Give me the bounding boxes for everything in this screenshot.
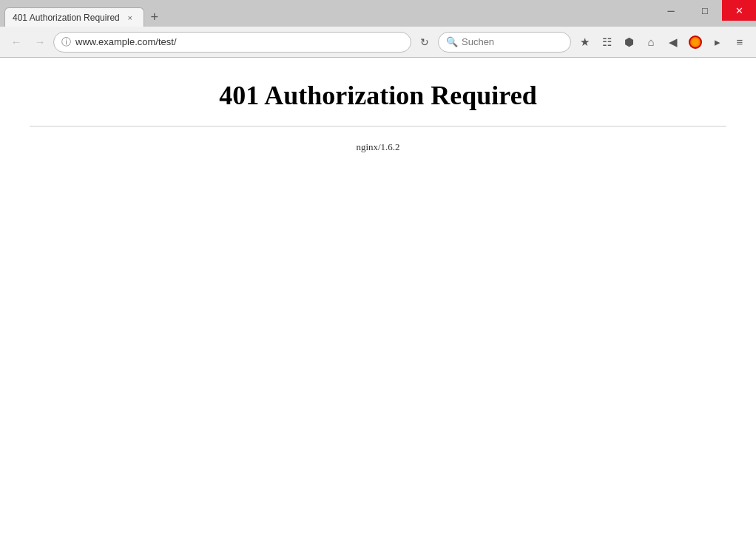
- bookmarks-list-button[interactable]: ☷: [596, 32, 617, 53]
- divider: [30, 126, 726, 126]
- search-icon: 🔍: [446, 36, 458, 47]
- search-bar[interactable]: 🔍: [438, 32, 571, 53]
- address-bar[interactable]: ⓘ: [53, 32, 411, 53]
- browser-toolbar: ← → ⓘ ↻ 🔍 ★ ☷ ⬢ ⌂ ◀ ▸ ≡: [0, 27, 756, 58]
- back-button[interactable]: ←: [6, 32, 27, 53]
- more-tools-button[interactable]: ▸: [707, 32, 728, 53]
- back-nav-button[interactable]: ◀: [663, 32, 684, 53]
- firefox-logo-button[interactable]: [685, 32, 706, 53]
- server-info: nginx/1.6.2: [356, 141, 399, 153]
- tab-close-button[interactable]: ×: [124, 12, 136, 24]
- tab-strip: 401 Authorization Required × +: [4, 7, 654, 27]
- menu-button[interactable]: ≡: [729, 32, 750, 53]
- forward-button[interactable]: →: [30, 32, 50, 53]
- error-heading: 401 Authorization Required: [219, 80, 536, 111]
- home-button[interactable]: ⌂: [641, 32, 661, 53]
- new-tab-button[interactable]: +: [144, 7, 165, 27]
- minimize-button[interactable]: ─: [654, 0, 688, 21]
- refresh-button[interactable]: ↻: [414, 32, 435, 53]
- restore-button[interactable]: □: [688, 0, 722, 21]
- close-button[interactable]: ✕: [722, 0, 756, 21]
- page-content: 401 Authorization Required nginx/1.6.2: [0, 58, 756, 540]
- pocket-button[interactable]: ⬢: [618, 32, 639, 53]
- titlebar: 401 Authorization Required × + ─ □ ✕: [0, 0, 756, 27]
- active-tab[interactable]: 401 Authorization Required ×: [4, 7, 144, 27]
- toolbar-icons: ★ ☷ ⬢ ⌂ ◀ ▸ ≡: [574, 32, 750, 53]
- url-input[interactable]: [75, 36, 403, 47]
- browser-window: 401 Authorization Required × + ─ □ ✕ ← →…: [0, 0, 756, 540]
- security-icon: ⓘ: [61, 36, 71, 49]
- firefox-logo-icon: [689, 36, 702, 49]
- search-input[interactable]: [462, 36, 563, 47]
- window-controls: ─ □ ✕: [654, 0, 756, 27]
- bookmark-star-button[interactable]: ★: [574, 32, 595, 53]
- tab-title: 401 Authorization Required: [13, 13, 120, 23]
